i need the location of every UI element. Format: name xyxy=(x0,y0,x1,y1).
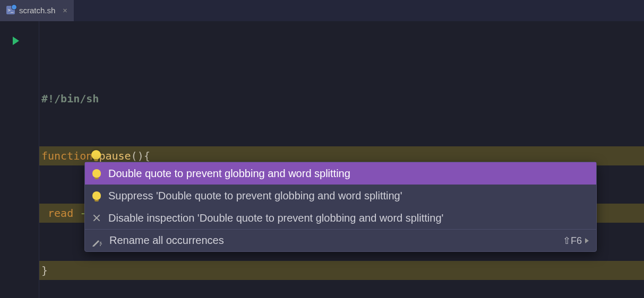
run-icon[interactable] xyxy=(13,37,19,45)
shell-file-icon: >_ xyxy=(6,6,15,14)
bulb-icon xyxy=(92,169,101,178)
close-icon[interactable]: ✕ xyxy=(63,6,67,14)
builtin-read: read xyxy=(41,204,73,223)
intention-bulb-icon[interactable] xyxy=(91,150,101,160)
left-margin xyxy=(32,21,39,298)
gutter xyxy=(0,21,32,298)
intention-label: Suppress 'Double quote to prevent globbi… xyxy=(108,190,402,202)
intention-item-suppress[interactable]: Suppress 'Double quote to prevent globbi… xyxy=(85,185,596,207)
tab-filename: scratch.sh xyxy=(19,6,55,15)
intention-label: Rename all occurrences xyxy=(109,234,224,247)
intention-item-quote[interactable]: Double quote to prevent globbing and wor… xyxy=(85,162,596,185)
close-icon xyxy=(92,214,101,222)
intention-label: Double quote to prevent globbing and wor… xyxy=(108,168,350,180)
intention-popup: Double quote to prevent globbing and wor… xyxy=(84,162,597,252)
editor-area: #!/bin/sh function pause(){ read -n1 -rs… xyxy=(0,21,644,298)
shebang: #!/bin/sh xyxy=(41,89,99,108)
tab-bar: >_ scratch.sh ✕ xyxy=(0,0,644,21)
intention-label: Disable inspection 'Double quote to prev… xyxy=(108,212,443,224)
rename-icon xyxy=(92,237,102,244)
intention-item-rename[interactable]: Rename all occurrences ⇧F6 xyxy=(85,229,596,251)
brace: } xyxy=(41,261,48,280)
tab-file[interactable]: >_ scratch.sh ✕ xyxy=(0,0,74,21)
chevron-right-icon xyxy=(585,238,589,243)
bulb-icon xyxy=(92,191,101,200)
code-editor[interactable]: #!/bin/sh function pause(){ read -n1 -rs… xyxy=(39,21,644,298)
keyboard-shortcut: ⇧F6 xyxy=(563,235,589,247)
intention-item-disable[interactable]: Disable inspection 'Double quote to prev… xyxy=(85,207,596,229)
